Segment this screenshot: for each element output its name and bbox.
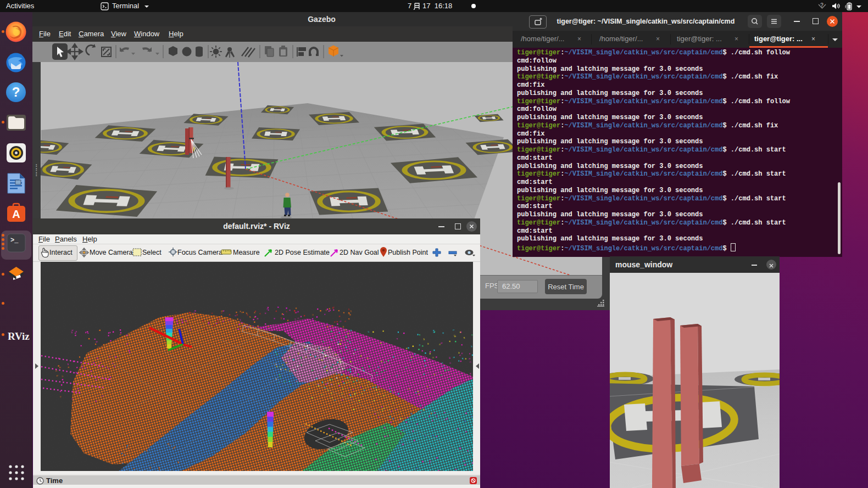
svg-text:>_: >_ [10, 237, 19, 244]
svg-text:A: A [12, 208, 20, 220]
svg-text:RViz: RViz [8, 330, 30, 342]
svg-text:?: ? [820, 2, 824, 8]
